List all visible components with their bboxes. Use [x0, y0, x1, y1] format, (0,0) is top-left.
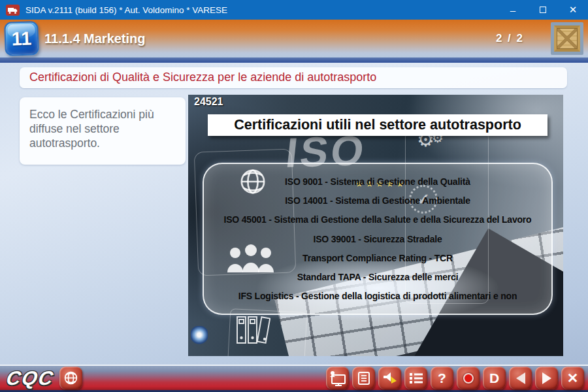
- description-panel: Ecco le Certificazioni più diffuse nel s…: [20, 97, 186, 165]
- close-window-button[interactable]: ✕: [558, 0, 588, 20]
- screen-share-button[interactable]: [326, 367, 349, 389]
- speaker-icon: [382, 371, 398, 385]
- maximize-icon: [540, 7, 546, 13]
- next-button[interactable]: [535, 367, 558, 389]
- index-list-button[interactable]: [404, 367, 427, 389]
- close-icon: ✕: [569, 4, 578, 16]
- window-title: SIDA v.2111 (build 156) * Aut. Voldomino…: [25, 5, 498, 15]
- certification-item: ISO 14001 - Sistema di Gestione Ambienta…: [285, 195, 470, 206]
- slide-code: 24521: [194, 96, 223, 108]
- minimize-button[interactable]: –: [498, 0, 528, 20]
- list-icon: [409, 372, 423, 384]
- record-button[interactable]: [457, 367, 480, 389]
- slide-title: Certificazioni utili nel settore autotra…: [208, 114, 547, 136]
- lesson-header: 11 11.1.4 Marketing 2 / 2: [0, 20, 588, 57]
- cqc-logo: CQC: [5, 368, 56, 388]
- record-icon: [463, 373, 474, 384]
- next-arrow-icon: [542, 372, 551, 384]
- app-window: SIDA v.2111 (build 156) * Aut. Voldomino…: [0, 0, 588, 392]
- minimize-icon: –: [510, 5, 515, 16]
- certification-item: ISO 39001 - Sicurezza Stradale: [313, 234, 442, 244]
- help-button[interactable]: ?: [431, 367, 453, 389]
- document-icon: [357, 371, 371, 385]
- certification-list: ISO 9001 - Sistema di Gestione della Qua…: [203, 163, 553, 315]
- chapter-badge: 11: [4, 21, 39, 56]
- previous-arrow-icon: [516, 372, 525, 384]
- binders-icon: [235, 313, 270, 347]
- sida-logo-icon: [191, 326, 208, 346]
- certification-item: ISO 9001 - Sistema di Gestione della Qua…: [285, 176, 470, 187]
- exit-x-icon: ✕: [567, 371, 579, 385]
- certification-item: ISO 45001 - Sistema di Gestione della Sa…: [224, 214, 532, 225]
- exit-button[interactable]: ✕: [561, 367, 584, 389]
- previous-button[interactable]: [509, 367, 532, 389]
- header-divider: [0, 57, 588, 63]
- question-icon: ?: [438, 371, 446, 385]
- maximize-button[interactable]: [528, 0, 558, 20]
- globe-button[interactable]: [59, 367, 82, 389]
- screen-person-icon: [329, 370, 346, 386]
- audio-button[interactable]: [378, 367, 401, 389]
- globe-toolbar-icon: [63, 370, 78, 385]
- certification-item: IFS Logistics - Gestione della logistica…: [238, 291, 517, 301]
- dictionary-button[interactable]: D: [483, 367, 506, 389]
- page-indicator: 2 / 2: [496, 32, 524, 45]
- text-page-button[interactable]: [352, 367, 375, 389]
- certification-item: Standard TAPA - Sicurezza delle merci: [297, 272, 459, 282]
- d-icon: D: [489, 371, 499, 385]
- toolbar-buttons: ? D ✕: [326, 367, 584, 389]
- lesson-title: 11.1.4 Marketing: [44, 31, 146, 46]
- truck-app-icon: [6, 5, 20, 16]
- lesson-content: Certificazioni di Qualità e Sicurezza pe…: [0, 63, 588, 365]
- certification-item: Transport Compliance Rating - TCR: [302, 253, 453, 263]
- crate-icon: [551, 22, 583, 55]
- bottom-toolbar: CQC: [0, 365, 588, 392]
- topic-banner: Certificazioni di Qualità e Sicurezza pe…: [20, 67, 567, 88]
- lesson-image: ISO ★★★★★ ⚙⚙ ✓: [188, 95, 563, 356]
- titlebar: SIDA v.2111 (build 156) * Aut. Voldomino…: [0, 0, 588, 20]
